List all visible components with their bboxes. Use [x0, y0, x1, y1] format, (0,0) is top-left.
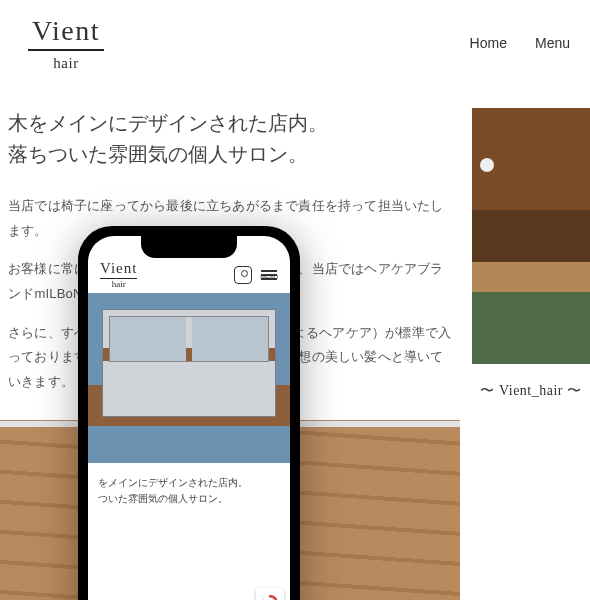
instagram-caption: 〜 Vient_hair 〜 — [472, 382, 590, 400]
mobile-heading-line-1: をメインにデザインされた店内。 — [98, 477, 248, 488]
instagram-icon[interactable] — [234, 266, 252, 284]
recaptcha-icon — [261, 594, 279, 600]
heading-line-1: 木をメインにデザインされた店内。 — [8, 112, 328, 134]
nav-menu[interactable]: Menu — [535, 35, 570, 51]
phone-mockup: Vient hair MENU をメインにデザインされた店内。 ついた雰囲気の個… — [78, 226, 300, 600]
site-logo[interactable]: Vient hair — [28, 15, 104, 72]
logo-name: Vient — [28, 15, 104, 51]
phone-notch — [141, 236, 237, 258]
mobile-heading-line-2: ついた雰囲気の個人サロン。 — [98, 493, 228, 504]
phone-screen: Vient hair MENU をメインにデザインされた店内。 ついた雰囲気の個… — [88, 236, 290, 600]
hero-heading: 木をメインにデザインされた店内。 落ちついた雰囲気の個人サロン。 — [8, 108, 454, 170]
mobile-logo-name: Vient — [100, 260, 137, 279]
sidebar: 〜 Vient_hair 〜 — [472, 108, 590, 600]
hamburger-menu-icon[interactable]: MENU — [260, 270, 278, 280]
mobile-heading: をメインにデザインされた店内。 ついた雰囲気の個人サロン。 — [88, 463, 290, 506]
recaptcha-badge[interactable] — [256, 588, 284, 600]
menu-label: MENU — [260, 274, 278, 280]
logo-subtitle: hair — [28, 51, 104, 72]
nav-home[interactable]: Home — [470, 35, 507, 51]
mobile-hero-photo — [88, 293, 290, 463]
main-nav: Home Menu — [470, 35, 570, 51]
mobile-logo[interactable]: Vient hair — [100, 260, 137, 289]
site-header: Vient hair Home Menu — [0, 0, 590, 78]
interior-photo — [472, 108, 590, 364]
heading-line-2: 落ちついた雰囲気の個人サロン。 — [8, 143, 308, 165]
mobile-logo-sub: hair — [100, 279, 137, 289]
